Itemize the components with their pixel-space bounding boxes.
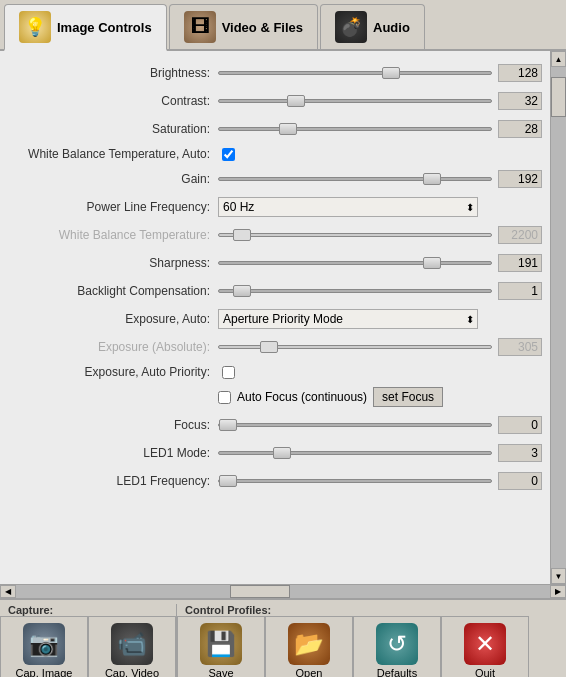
defaults-button[interactable]: ↺ Defaults — [353, 616, 441, 677]
cap-image-button[interactable]: 📷 Cap. Image — [0, 616, 88, 677]
brightness-label: Brightness: — [8, 66, 218, 80]
capture-buttons: 📷 Cap. Image 📹 Cap. Video — [0, 616, 176, 677]
set-focus-button[interactable]: set Focus — [373, 387, 443, 407]
led1-mode-thumb[interactable] — [273, 447, 291, 459]
led1-mode-track — [218, 451, 492, 455]
gain-slider[interactable] — [218, 171, 492, 187]
led1-freq-track — [218, 479, 492, 483]
exposure-auto-select[interactable]: Manual Mode Aperture Priority Mode Shutt… — [218, 309, 478, 329]
tab-audio[interactable]: 💣 Audio — [320, 4, 425, 49]
scroll-track[interactable] — [551, 67, 566, 568]
saturation-row: Saturation: 28 — [0, 115, 550, 143]
auto-focus-checkbox[interactable] — [218, 391, 231, 404]
saturation-thumb[interactable] — [279, 123, 297, 135]
sharpness-row: Sharpness: 191 — [0, 249, 550, 277]
auto-focus-control: Auto Focus (continuous) set Focus — [218, 387, 542, 407]
white-balance-temp-value: 2200 — [498, 226, 542, 244]
white-balance-temp-track — [218, 233, 492, 237]
gain-control: 192 — [218, 170, 542, 188]
white-balance-auto-label: White Balance Temperature, Auto: — [8, 147, 218, 161]
sharpness-slider[interactable] — [218, 255, 492, 271]
backlight-slider[interactable] — [218, 283, 492, 299]
power-line-control: Disabled 50 Hz 60 Hz — [218, 197, 542, 217]
exposure-abs-label: Exposure (Absolute): — [8, 340, 218, 354]
exposure-auto-priority-checkbox[interactable] — [222, 366, 235, 379]
save-button[interactable]: 💾 Save — [177, 616, 265, 677]
exposure-auto-label: Exposure, Auto: — [8, 312, 218, 326]
hscroll-thumb[interactable] — [230, 585, 290, 598]
auto-focus-row: Auto Focus (continuous) set Focus — [0, 383, 550, 411]
contrast-track — [218, 99, 492, 103]
led1-mode-slider[interactable] — [218, 445, 492, 461]
led1-freq-thumb[interactable] — [219, 475, 237, 487]
bottom-bar: Capture: 📷 Cap. Image 📹 Cap. Video Contr… — [0, 598, 566, 677]
gain-thumb[interactable] — [423, 173, 441, 185]
scroll-up-button[interactable]: ▲ — [551, 51, 566, 67]
led1-mode-row: LED1 Mode: 3 — [0, 439, 550, 467]
exposure-auto-priority-row: Exposure, Auto Priority: — [0, 361, 550, 383]
backlight-thumb[interactable] — [233, 285, 251, 297]
quit-button[interactable]: ✕ Quit — [441, 616, 529, 677]
sharpness-thumb[interactable] — [423, 257, 441, 269]
vertical-scrollbar[interactable]: ▲ ▼ — [550, 51, 566, 584]
open-button[interactable]: 📂 Open — [265, 616, 353, 677]
scroll-area[interactable]: Brightness: 128 Contrast: 32 — [0, 51, 550, 584]
brightness-thumb[interactable] — [382, 67, 400, 79]
focus-label: Focus: — [8, 418, 218, 432]
quit-label: Quit — [475, 667, 495, 677]
brightness-control: 128 — [218, 64, 542, 82]
sharpness-value: 191 — [498, 254, 542, 272]
focus-slider[interactable] — [218, 417, 492, 433]
scroll-left-button[interactable]: ◀ — [0, 585, 16, 598]
brightness-row: Brightness: 128 — [0, 59, 550, 87]
saturation-slider[interactable] — [218, 121, 492, 137]
cap-image-icon: 📷 — [23, 623, 65, 665]
exposure-abs-control: 305 — [218, 338, 542, 356]
sharpness-track — [218, 261, 492, 265]
contrast-slider[interactable] — [218, 93, 492, 109]
scroll-right-button[interactable]: ▶ — [550, 585, 566, 598]
contrast-thumb[interactable] — [287, 95, 305, 107]
power-line-select[interactable]: Disabled 50 Hz 60 Hz — [218, 197, 478, 217]
saturation-value: 28 — [498, 120, 542, 138]
scroll-down-button[interactable]: ▼ — [551, 568, 566, 584]
backlight-track — [218, 289, 492, 293]
white-balance-auto-checkbox[interactable] — [222, 148, 235, 161]
audio-tab-icon: 💣 — [335, 11, 367, 43]
focus-thumb[interactable] — [219, 419, 237, 431]
quit-icon: ✕ — [464, 623, 506, 665]
cap-video-button[interactable]: 📹 Cap. Video — [88, 616, 176, 677]
profiles-section: Control Profiles: 💾 Save 📂 Open ↺ Defaul… — [177, 600, 529, 677]
main-content: Brightness: 128 Contrast: 32 — [0, 51, 566, 584]
saturation-label: Saturation: — [8, 122, 218, 136]
focus-row: Focus: 0 — [0, 411, 550, 439]
contrast-value: 32 — [498, 92, 542, 110]
auto-focus-label: Auto Focus (continuous) — [237, 390, 367, 404]
exposure-abs-row: Exposure (Absolute): 305 — [0, 333, 550, 361]
brightness-slider[interactable] — [218, 65, 492, 81]
tab-bar: 💡 Image Controls 🎞 Video & Files 💣 Audio — [0, 0, 566, 51]
tab-video-files-label: Video & Files — [222, 20, 303, 35]
profiles-label: Control Profiles: — [177, 604, 279, 616]
scroll-thumb[interactable] — [551, 77, 566, 117]
led1-freq-label: LED1 Frequency: — [8, 474, 218, 488]
profile-buttons: 💾 Save 📂 Open ↺ Defaults ✕ Quit — [177, 616, 529, 677]
tab-image-controls[interactable]: 💡 Image Controls — [4, 4, 167, 51]
tab-image-controls-label: Image Controls — [57, 20, 152, 35]
contrast-row: Contrast: 32 — [0, 87, 550, 115]
capture-label: Capture: — [0, 604, 61, 616]
capture-section: Capture: 📷 Cap. Image 📹 Cap. Video — [0, 600, 176, 677]
sharpness-control: 191 — [218, 254, 542, 272]
brightness-track — [218, 71, 492, 75]
gain-label: Gain: — [8, 172, 218, 186]
hscroll-track[interactable] — [16, 585, 550, 598]
exposure-abs-track — [218, 345, 492, 349]
sharpness-label: Sharpness: — [8, 256, 218, 270]
led1-freq-slider[interactable] — [218, 473, 492, 489]
horizontal-scrollbar[interactable]: ◀ ▶ — [0, 584, 566, 598]
backlight-value: 1 — [498, 282, 542, 300]
contrast-label: Contrast: — [8, 94, 218, 108]
focus-value: 0 — [498, 416, 542, 434]
tab-video-files[interactable]: 🎞 Video & Files — [169, 4, 318, 49]
backlight-label: Backlight Compensation: — [8, 284, 218, 298]
